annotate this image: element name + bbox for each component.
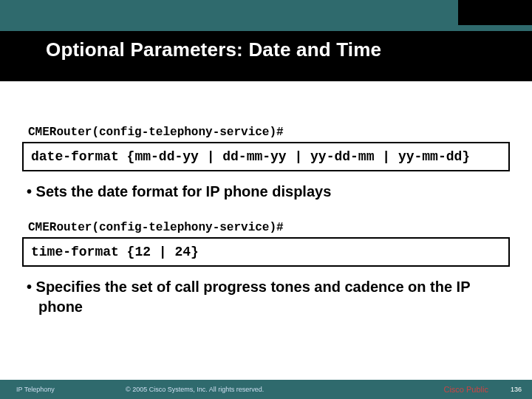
slide: Optional Parameters: Date and Time CMERo… (0, 0, 532, 399)
cli-command-box-2: time-format {12 | 24} (22, 237, 510, 267)
bullet-1: • Sets the date format for IP phone disp… (27, 182, 505, 202)
content-area: CMERouter(config-telephony-service)# dat… (22, 126, 510, 336)
footer-topic: IP Telephony (0, 386, 126, 393)
cli-command-box-1: date-format {mm-dd-yy | dd-mm-yy | yy-dd… (22, 142, 510, 171)
footer-page-number: 136 (511, 386, 532, 393)
footer-copyright: © 2005 Cisco Systems, Inc. All rights re… (126, 386, 443, 393)
footer-bar: IP Telephony © 2005 Cisco Systems, Inc. … (0, 380, 532, 399)
corner-tab (458, 0, 532, 25)
cli-prompt-2: CMERouter(config-telephony-service)# (28, 221, 510, 234)
footer-public: Cisco Public (443, 385, 511, 394)
cli-prompt-1: CMERouter(config-telephony-service)# (28, 126, 510, 139)
page-title: Optional Parameters: Date and Time (46, 38, 381, 61)
bullet-2: • Specifies the set of call progress ton… (27, 277, 505, 317)
